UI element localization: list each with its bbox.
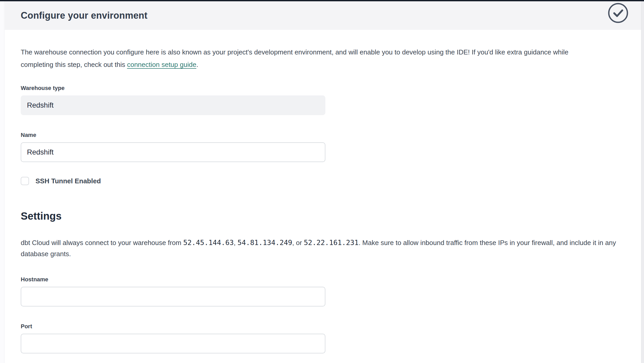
hostname-input[interactable] [21, 287, 325, 306]
port-input[interactable] [21, 334, 325, 353]
name-input[interactable] [21, 142, 325, 162]
page-title: Configure your environment [21, 10, 147, 21]
settings-sep-1: , [234, 239, 237, 247]
warehouse-type-input [21, 95, 325, 115]
environment-config-card: Configure your environment The warehouse… [5, 1, 641, 363]
top-bar [0, 0, 644, 1]
settings-heading: Settings [21, 211, 625, 221]
ip-address-2: 54.81.134.249 [238, 239, 292, 247]
intro-text-before: The warehouse connection you configure h… [21, 48, 568, 68]
intro-paragraph: The warehouse connection you configure h… [21, 46, 593, 71]
scrollbar-track[interactable] [641, 1, 644, 363]
ip-address-1: 52.45.144.63 [183, 239, 234, 247]
settings-paragraph: dbt Cloud will always connect to your wa… [21, 237, 624, 260]
name-label: Name [21, 132, 625, 138]
settings-text-before: dbt Cloud will always connect to your wa… [21, 239, 183, 247]
intro-text-after: . [196, 61, 198, 68]
ssh-tunnel-row: SSH Tunnel Enabled [21, 177, 625, 185]
section-body: The warehouse connection you configure h… [5, 46, 641, 353]
connection-setup-guide-link[interactable]: connection setup guide [127, 61, 196, 68]
ip-address-3: 52.22.161.231 [304, 239, 359, 247]
ssh-tunnel-checkbox[interactable] [21, 177, 29, 185]
settings-sep-2: , or [292, 239, 304, 247]
left-gutter [0, 1, 4, 363]
warehouse-type-label: Warehouse type [21, 85, 625, 92]
ssh-tunnel-label: SSH Tunnel Enabled [35, 177, 101, 185]
check-circle-icon [607, 2, 629, 24]
port-label: Port [21, 323, 625, 330]
hostname-label: Hostname [21, 276, 625, 283]
section-header[interactable]: Configure your environment [5, 1, 641, 30]
